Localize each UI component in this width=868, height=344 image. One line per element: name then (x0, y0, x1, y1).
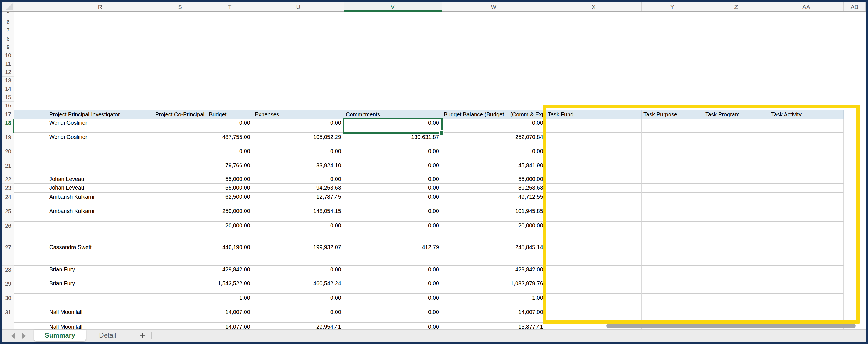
cell-S21[interactable] (153, 162, 207, 175)
row-header-25[interactable]: 25 (2, 207, 14, 222)
cell-V21[interactable]: 0.00 (344, 162, 442, 175)
fill-handle[interactable] (439, 130, 444, 136)
cell-T30[interactable]: 1.00 (207, 294, 253, 308)
cell-S32[interactable] (153, 323, 207, 329)
cell-W31[interactable]: 14,007.00 (442, 308, 546, 323)
cell-W26[interactable]: 20,000.00 (442, 222, 546, 243)
cell-W23[interactable]: -39,253.63 (442, 184, 546, 193)
row-header-21[interactable]: 21 (2, 162, 14, 175)
cell-V19[interactable]: 130,631.87 (344, 133, 442, 147)
cell-R29[interactable]: Brian Fury (47, 280, 153, 294)
tab-summary[interactable]: Summary (34, 329, 86, 341)
cell-gap-r30[interactable] (14, 294, 47, 308)
cell-S23[interactable] (153, 184, 207, 193)
cell-U19[interactable]: 105,052.29 (253, 133, 344, 147)
cell-U28[interactable]: 0.00 (253, 265, 344, 280)
cell-T32[interactable]: 14,077.00 (207, 323, 253, 329)
cell-V30[interactable]: 0.00 (344, 294, 442, 308)
cell-S27[interactable] (153, 243, 207, 265)
row-header-12[interactable]: 12 (2, 68, 14, 77)
cell-R28[interactable]: Brian Fury (47, 265, 153, 280)
column-header-R[interactable]: R (47, 2, 153, 11)
cell-gap-r18[interactable] (14, 119, 47, 133)
cell-gap-r23[interactable] (14, 184, 47, 193)
cell-T20[interactable]: 0.00 (207, 147, 253, 162)
row-header-18[interactable]: 18 (2, 119, 14, 133)
cell-V31[interactable]: 0.00 (344, 308, 442, 323)
cell-W24[interactable]: 49,712.55 (442, 193, 546, 207)
cell-T31[interactable]: 14,007.00 (207, 308, 253, 323)
cell-gap-r24[interactable] (14, 193, 47, 207)
cell-V28[interactable]: 0.00 (344, 265, 442, 280)
row-header-30[interactable]: 30 (2, 294, 14, 308)
cell-T25[interactable]: 250,000.00 (207, 207, 253, 222)
column-header-U[interactable]: U (253, 2, 344, 11)
row-header-32[interactable] (2, 323, 14, 329)
cell-V22[interactable]: 0.00 (344, 175, 442, 184)
row-header-13[interactable]: 13 (2, 77, 14, 85)
cell-S20[interactable] (153, 147, 207, 162)
cell-gap-r25[interactable] (14, 207, 47, 222)
row-header-9[interactable]: 9 (2, 43, 14, 52)
column-header-T[interactable]: T (207, 2, 253, 11)
cell-U18[interactable]: 0.00 (253, 119, 344, 133)
cell-R18[interactable]: Wendi Gosliner (47, 119, 153, 133)
cell-T29[interactable]: 1,543,522.00 (207, 280, 253, 294)
cell-W29[interactable]: 1,082,979.76 (442, 280, 546, 294)
column-header-X[interactable]: X (546, 2, 642, 11)
cell-U31[interactable]: 0.00 (253, 308, 344, 323)
cell-gap-r22[interactable] (14, 175, 47, 184)
cell-U24[interactable]: 12,787.45 (253, 193, 344, 207)
cell-gap-r29[interactable] (14, 280, 47, 294)
cell-W30[interactable]: 1.00 (442, 294, 546, 308)
cell-W32[interactable]: -15,877.41 (442, 323, 546, 329)
row-header-27[interactable]: 27 (2, 243, 14, 265)
column-header-partial[interactable] (14, 2, 47, 11)
cell-W21[interactable]: 45,841.90 (442, 162, 546, 175)
cell-S31[interactable] (153, 308, 207, 323)
cell-T27[interactable]: 446,190.00 (207, 243, 253, 265)
table-header-U17[interactable]: Expenses (253, 110, 344, 119)
cell-gap-r28[interactable] (14, 265, 47, 280)
cell-gap-r20[interactable] (14, 147, 47, 162)
row-header-14[interactable]: 14 (2, 85, 14, 93)
cell-W22[interactable]: 55,000.00 (442, 175, 546, 184)
cell-T23[interactable]: 55,000.00 (207, 184, 253, 193)
cell-U27[interactable]: 199,932.07 (253, 243, 344, 265)
cell-R32[interactable]: Nall Moonilall (47, 323, 153, 329)
cell-U21[interactable]: 33,924.10 (253, 162, 344, 175)
cell-U23[interactable]: 94,253.63 (253, 184, 344, 193)
table-header-T17[interactable]: Budget (207, 110, 253, 119)
cell-S22[interactable] (153, 175, 207, 184)
cell-S30[interactable] (153, 294, 207, 308)
cell-gap-r32[interactable] (14, 323, 47, 329)
cell-V25[interactable]: 0.00 (344, 207, 442, 222)
cell-gap-r31[interactable] (14, 308, 47, 323)
cell-R20[interactable] (47, 147, 153, 162)
row-header-6[interactable]: 6 (2, 18, 14, 26)
cell-R30[interactable] (47, 294, 153, 308)
select-all-corner[interactable] (2, 2, 14, 11)
row-header-16[interactable]: 16 (2, 102, 14, 110)
cell-R24[interactable]: Ambarish Kulkarni (47, 193, 153, 207)
cell-V26[interactable]: 0.00 (344, 222, 442, 243)
cell-S19[interactable] (153, 133, 207, 147)
cell-U32[interactable]: 29,954.41 (253, 323, 344, 329)
cell-V32[interactable]: 0.00 (344, 323, 442, 329)
column-header-Y[interactable]: Y (642, 2, 703, 11)
cell-R22[interactable]: Johan Leveau (47, 175, 153, 184)
tab-detail[interactable]: Detail (86, 329, 130, 341)
row-header-20[interactable]: 20 (2, 147, 14, 162)
cell-W25[interactable]: 101,945.85 (442, 207, 546, 222)
column-header-AB[interactable]: AB (843, 2, 866, 11)
column-header-Z[interactable]: Z (703, 2, 769, 11)
cell-V24[interactable]: 0.00 (344, 193, 442, 207)
cell-S24[interactable] (153, 193, 207, 207)
column-header-S[interactable]: S (153, 2, 207, 11)
horizontal-scrollbar-thumb[interactable] (607, 323, 856, 328)
row-header-24[interactable]: 24 (2, 193, 14, 207)
cell-U25[interactable]: 148,054.15 (253, 207, 344, 222)
cell-U30[interactable]: 0.00 (253, 294, 344, 308)
cell-gap-r26[interactable] (14, 222, 47, 243)
row-header-15[interactable]: 15 (2, 93, 14, 102)
